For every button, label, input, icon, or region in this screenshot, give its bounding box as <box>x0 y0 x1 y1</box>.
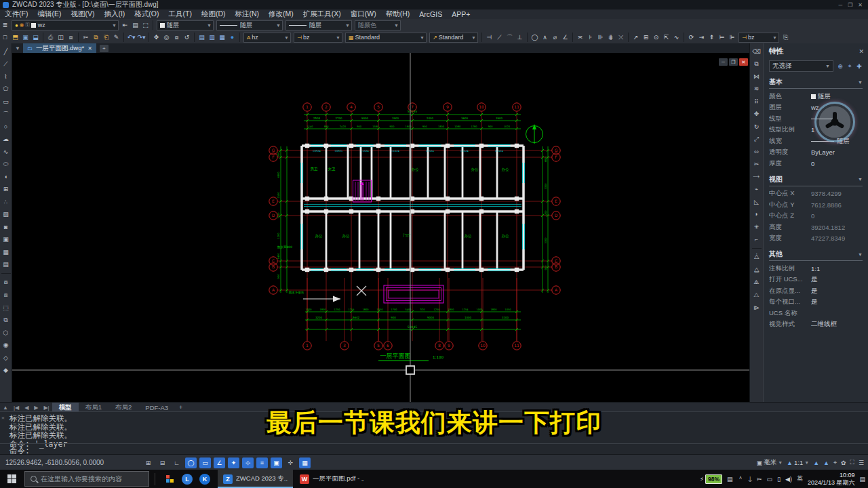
xline-icon[interactable]: ⟋ <box>1 59 11 69</box>
unit-dropdown[interactable]: ▣毫米▼ <box>757 458 783 467</box>
angular-dim-icon[interactable]: ∠ <box>560 33 570 43</box>
polyline-icon[interactable]: ⌇ <box>1 71 11 81</box>
property-row[interactable]: 颜色随层 <box>769 91 863 102</box>
polar-tracking-icon[interactable]: ◯ <box>185 458 197 468</box>
trim-icon[interactable]: ✂ <box>751 159 762 169</box>
taskbar-task-W[interactable]: W一层平面图.pdf - ... <box>294 470 370 488</box>
new-layout-button[interactable]: + <box>175 404 186 411</box>
center-mark-icon[interactable]: ⊙ <box>651 33 661 43</box>
mleader-style-dropdown[interactable]: ↗Standard▼ <box>429 33 478 43</box>
close-button[interactable]: ✕ <box>858 2 863 8</box>
app-k-icon[interactable]: K <box>196 470 214 488</box>
dim-style-manager-icon[interactable]: ⎘ <box>781 33 791 43</box>
dynamic-input-icon[interactable]: ⊹ <box>242 458 254 468</box>
property-row[interactable]: 打开 UCS...是 <box>769 274 863 286</box>
chamfer-icon[interactable]: ◺ <box>751 197 762 207</box>
mleader-icon[interactable]: ↗ <box>631 33 641 43</box>
wipeout-icon[interactable]: ⬚ <box>1 302 11 312</box>
taskbar-clock[interactable]: 10:092024/1/13 星期六 <box>808 472 855 486</box>
stretch-icon[interactable]: ⬄ <box>751 146 762 157</box>
property-row[interactable]: 高度39204.1812 <box>769 222 863 233</box>
draw-order-above-icon[interactable]: ⧌ <box>751 277 762 287</box>
select-objects-icon[interactable]: ⌖ <box>845 62 854 71</box>
floor-plan-drawing[interactable]: 5004525082700900039002400360039001140890… <box>12 53 749 402</box>
selection-cycling-icon[interactable]: ✛ <box>285 458 296 468</box>
design-center-icon[interactable]: ▤ <box>197 33 207 43</box>
property-row[interactable]: 中心点 Z0 <box>769 211 863 222</box>
dim-update-icon[interactable]: ⟳ <box>686 33 696 43</box>
microphone-icon[interactable]: ⍊ <box>749 475 752 483</box>
rectangle-icon[interactable]: ▭ <box>1 96 11 106</box>
polygon-icon[interactable]: ⬠ <box>1 84 11 94</box>
menu-item[interactable]: 编辑(E) <box>33 9 66 19</box>
menu-item[interactable]: 窗口(W) <box>346 9 381 19</box>
status-menu-icon[interactable]: ☰ <box>859 460 864 466</box>
arc-icon[interactable]: ⌒ <box>1 109 11 119</box>
menu-item[interactable]: 插入(I) <box>99 9 130 19</box>
taskbar-task-Z[interactable]: ZZWCAD 2023 专... <box>218 470 293 488</box>
annotation-monitor-icon[interactable]: ▦ <box>299 458 311 468</box>
app-l-icon[interactable]: L <box>178 470 196 488</box>
restore-drawing-button[interactable]: ❐ <box>729 58 738 66</box>
restore-button[interactable]: ❐ <box>848 2 852 8</box>
property-row[interactable]: 视觉样式二维线框 <box>769 319 863 331</box>
diameter-dim-icon[interactable]: ⌀ <box>550 33 560 43</box>
tab-list-dropdown-icon[interactable]: ▼ <box>12 45 23 52</box>
layout-nav-icon[interactable]: ▲ <box>0 405 11 411</box>
plot-icon[interactable]: ⎙ <box>45 33 56 43</box>
section-collapse-icon[interactable]: ▼ <box>858 177 863 182</box>
grid-display-icon[interactable]: ⊞ <box>142 458 154 468</box>
block-editor-icon[interactable]: ⧈ <box>1 290 11 300</box>
cut-icon[interactable]: ✂ <box>81 33 91 43</box>
menu-item[interactable]: APP+ <box>447 10 475 18</box>
fillet-icon[interactable]: ◗ <box>751 209 762 220</box>
region-icon[interactable]: ▣ <box>1 235 11 245</box>
layout-tab-模型[interactable]: 模型 <box>52 403 79 412</box>
circle-icon[interactable]: ○ <box>1 121 11 131</box>
tolerance-icon[interactable]: ⊞ <box>641 33 651 43</box>
aligned-dim-icon[interactable]: ⟋ <box>494 33 505 43</box>
rotate-icon[interactable]: ↻ <box>751 121 762 131</box>
menu-item[interactable]: 工具(T) <box>164 9 197 19</box>
zoom-previous-icon[interactable]: ↺ <box>182 33 192 43</box>
linear-dim-icon[interactable]: ⊣ <box>484 33 494 43</box>
preview-icon[interactable]: ◫ <box>56 33 66 43</box>
lineweight-display-icon[interactable]: ≡ <box>256 458 268 468</box>
radius-dim-icon[interactable]: ◯ <box>530 33 540 43</box>
property-row[interactable]: 注释比例1:1 <box>769 263 863 274</box>
erase-icon[interactable]: ⌫ <box>751 46 762 56</box>
hidden-icons-chevron[interactable]: ＾ <box>738 474 744 483</box>
object-snap-icon[interactable]: ▭ <box>199 458 211 468</box>
battery-tray-icon[interactable]: ▯ <box>777 476 781 483</box>
menu-item[interactable]: 帮助(H) <box>381 9 415 19</box>
divide-icon[interactable]: ◇ <box>1 352 11 363</box>
auto-scale-icon[interactable]: ▲ <box>823 460 829 466</box>
quick-select-icon[interactable]: ⊕ <box>835 62 845 71</box>
ordinate-dim-icon[interactable]: ⊥ <box>515 33 525 43</box>
object-snap-tracking-icon[interactable]: ✦ <box>228 458 239 468</box>
properties-close-icon[interactable]: ✕ <box>859 48 864 55</box>
menu-item[interactable]: 标注(N) <box>231 9 264 19</box>
clean-screen-icon[interactable]: ● <box>227 33 237 43</box>
section-collapse-icon[interactable]: ▼ <box>858 80 863 85</box>
taskbar-search-input[interactable]: 在这里输入你要搜索的内容 <box>24 471 149 487</box>
property-row[interactable]: 厚度0 <box>769 158 863 169</box>
revcloud-icon[interactable]: ☁ <box>1 134 11 144</box>
insert-block-icon[interactable]: ⊞ <box>1 184 11 195</box>
lineweight-dropdown[interactable]: 随层▼ <box>285 20 352 30</box>
paste-icon[interactable]: ⎗ <box>101 33 111 43</box>
menu-item[interactable]: 视图(V) <box>66 9 99 19</box>
close-drawing-button[interactable]: ✕ <box>739 58 748 66</box>
layout-tab-布局2[interactable]: 布局2 <box>108 403 138 412</box>
linetype-dropdown[interactable]: 随层▼ <box>216 20 283 30</box>
color-dropdown[interactable]: 随层▼ <box>157 20 214 30</box>
command-line-panel[interactable]: ✕ 标注已解除关联。标注已解除关联。标注已解除关联。命令: '_layer 命令… <box>0 411 868 455</box>
property-row[interactable]: 中心点 X9378.4299 <box>769 188 863 200</box>
menu-item[interactable]: 扩展工具(X) <box>298 9 346 19</box>
notification-center-icon[interactable]: ▤ <box>859 476 865 483</box>
extend-icon[interactable]: ⤏ <box>751 171 762 182</box>
undo-icon[interactable]: ↶▾ <box>126 33 136 43</box>
baseline-dim-icon[interactable]: ⊦ <box>585 33 595 43</box>
explode-icon[interactable]: ✳ <box>751 222 762 232</box>
snip-tool-icon[interactable]: ✂ <box>757 476 762 483</box>
